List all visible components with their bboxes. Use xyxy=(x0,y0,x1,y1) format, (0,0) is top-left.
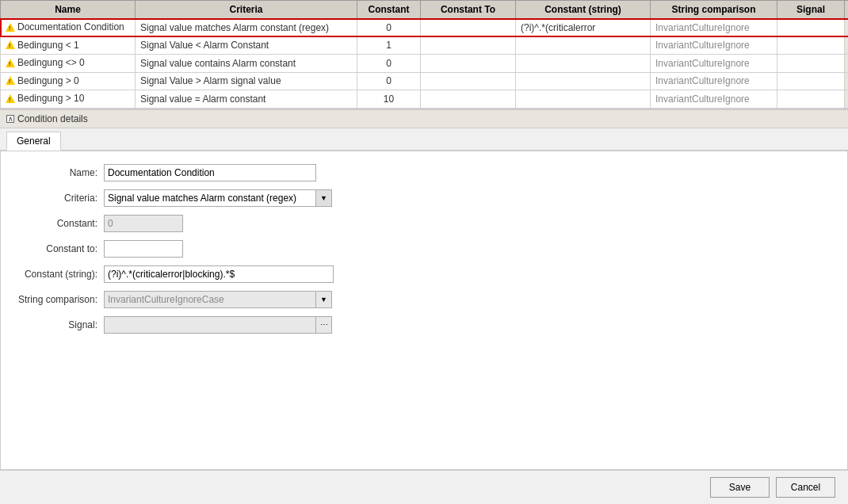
form-row-constant: Constant: xyxy=(17,215,831,232)
cell-criteria: Signal value contains Alarm constant xyxy=(136,55,357,73)
signal-wrapper: ⋯ xyxy=(104,316,332,334)
cell-criteria: Signal Value > Alarm signal value xyxy=(136,72,357,90)
constantto-label: Constant to: xyxy=(17,243,104,254)
table-row[interactable]: ! Documentation Condition Signal value m… xyxy=(1,19,849,37)
col-header-strcomp: String comparison xyxy=(651,1,777,19)
conditions-table: Name Criteria Constant Constant To Const… xyxy=(0,0,848,109)
table-row[interactable]: ! Bedingung < 1 Signal Value < Alarm Con… xyxy=(1,36,849,55)
cell-name: ! Bedingung > 10 xyxy=(1,90,136,109)
cell-criteria: Signal value = Alarm constant xyxy=(136,90,357,109)
cell-name: ! Bedingung <> 0 xyxy=(1,55,136,73)
condition-details-label: Condition details xyxy=(17,113,88,124)
cell-conststring xyxy=(516,55,651,73)
cell-constant: 0 xyxy=(357,55,421,73)
cancel-button[interactable]: Cancel xyxy=(776,477,835,498)
cell-scroll xyxy=(845,72,849,90)
cell-strcomp: InvariantCultureIgnore xyxy=(651,36,777,55)
criteria-wrapper: ▼ xyxy=(104,189,332,207)
cell-constant: 0 xyxy=(357,72,421,90)
cell-strcomp: InvariantCultureIgnore xyxy=(651,19,777,37)
cell-constantto xyxy=(421,90,516,109)
strcomp-input[interactable] xyxy=(104,291,316,308)
cell-conststring xyxy=(516,90,651,109)
form-row-conststring: Constant (string): xyxy=(17,265,831,283)
condition-details-header: ∧ Condition details xyxy=(0,109,848,128)
col-header-name: Name xyxy=(1,1,136,19)
strcomp-wrapper: ▼ xyxy=(104,291,332,308)
col-header-conststring: Constant (string) xyxy=(516,1,651,19)
cell-constantto xyxy=(421,72,516,90)
col-header-constantto: Constant To xyxy=(421,1,516,19)
col-header-signal: Signal xyxy=(777,1,845,19)
conststring-input[interactable] xyxy=(104,265,334,283)
form-row-strcomp: String comparison: ▼ xyxy=(17,291,831,308)
form-row-criteria: Criteria: ▼ xyxy=(17,189,831,207)
cell-strcomp: InvariantCultureIgnore xyxy=(651,72,777,90)
table-row[interactable]: ! Bedingung > 10 Signal value = Alarm co… xyxy=(1,90,849,109)
cell-scroll xyxy=(845,55,849,73)
criteria-dropdown-btn[interactable]: ▼ xyxy=(316,189,332,207)
cell-criteria: Signal Value < Alarm Constant xyxy=(136,36,357,55)
name-input[interactable] xyxy=(104,164,316,181)
cell-criteria: Signal value matches Alarm constant (reg… xyxy=(136,19,357,37)
form-row-constantto: Constant to: xyxy=(17,240,831,258)
name-label: Name: xyxy=(17,167,104,178)
cell-name: ! Documentation Condition xyxy=(1,19,136,37)
cell-constantto xyxy=(421,55,516,73)
col-header-criteria: Criteria xyxy=(136,1,357,19)
constant-label: Constant: xyxy=(17,218,104,229)
table-section: Name Criteria Constant Constant To Const… xyxy=(0,0,848,109)
cell-conststring xyxy=(516,72,651,90)
cell-constantto xyxy=(421,36,516,55)
tab-general[interactable]: General xyxy=(6,132,61,151)
cell-signal xyxy=(777,36,845,55)
form-row-name: Name: xyxy=(17,164,831,181)
tab-bar: General xyxy=(0,128,848,151)
table-row[interactable]: ! Bedingung > 0 Signal Value > Alarm sig… xyxy=(1,72,849,90)
signal-label: Signal: xyxy=(17,319,104,330)
signal-input[interactable] xyxy=(104,316,316,334)
main-container: Name Criteria Constant Constant To Const… xyxy=(0,0,848,504)
cell-signal xyxy=(777,19,845,37)
cell-signal xyxy=(777,55,845,73)
save-button[interactable]: Save xyxy=(710,477,770,498)
cell-signal xyxy=(777,72,845,90)
scroll-header xyxy=(845,1,849,19)
cell-scroll xyxy=(845,90,849,109)
bottom-bar: Save Cancel xyxy=(0,470,848,504)
criteria-input[interactable] xyxy=(104,189,316,207)
cell-scroll xyxy=(845,36,849,55)
cell-name: ! Bedingung < 1 xyxy=(1,36,136,55)
criteria-label: Criteria: xyxy=(17,193,104,204)
cell-constant: 1 xyxy=(357,36,421,55)
cell-name: ! Bedingung > 0 xyxy=(1,72,136,90)
cell-constant: 10 xyxy=(357,90,421,109)
expand-icon[interactable]: ∧ xyxy=(6,115,14,123)
cell-conststring: (?i)^.*(criticalerror xyxy=(516,19,651,37)
cell-constant: 0 xyxy=(357,19,421,37)
cell-strcomp: InvariantCultureIgnore xyxy=(651,90,777,109)
constantto-input[interactable] xyxy=(104,240,183,258)
cell-conststring xyxy=(516,36,651,55)
cell-signal xyxy=(777,90,845,109)
signal-browse-btn[interactable]: ⋯ xyxy=(316,316,332,334)
cell-strcomp: InvariantCultureIgnore xyxy=(651,55,777,73)
constant-input[interactable] xyxy=(104,215,183,232)
form-row-signal: Signal: ⋯ xyxy=(17,316,831,334)
cell-scroll xyxy=(845,19,849,37)
col-header-constant: Constant xyxy=(357,1,421,19)
cell-constantto xyxy=(421,19,516,37)
form-section: Name: Criteria: ▼ Constant: Constant to:… xyxy=(0,151,848,471)
table-row[interactable]: ! Bedingung <> 0 Signal value contains A… xyxy=(1,55,849,73)
conststring-label: Constant (string): xyxy=(17,269,104,280)
strcomp-label: String comparison: xyxy=(17,294,104,305)
strcomp-dropdown-btn[interactable]: ▼ xyxy=(316,291,332,308)
